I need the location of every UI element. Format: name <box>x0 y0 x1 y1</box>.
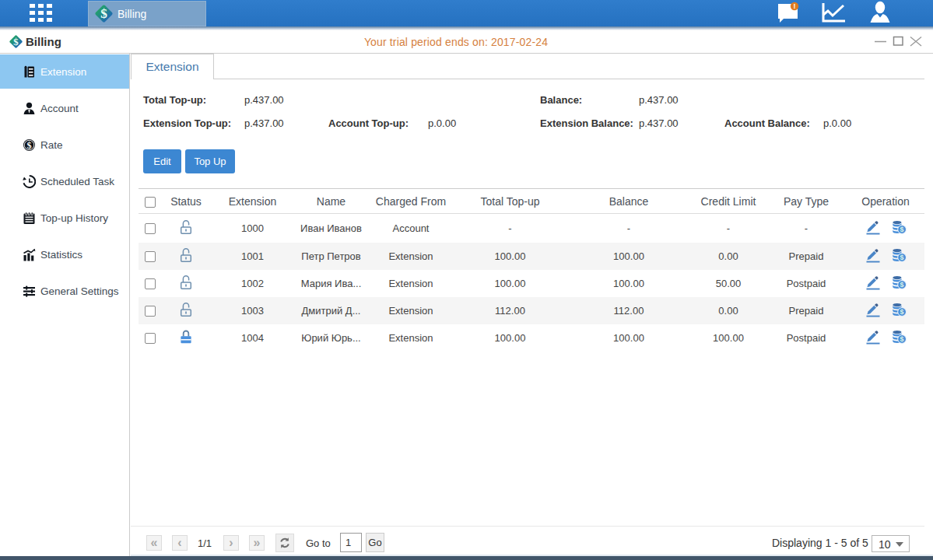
svg-text:$: $ <box>100 6 107 21</box>
svg-text:$: $ <box>900 226 903 233</box>
svg-text:$: $ <box>13 37 19 47</box>
svg-text:$: $ <box>900 254 903 261</box>
svg-text:$: $ <box>27 140 32 151</box>
svg-text:$: $ <box>900 308 903 316</box>
svg-text:!: ! <box>794 2 796 10</box>
svg-text:$: $ <box>900 281 903 289</box>
svg-text:$: $ <box>900 335 903 343</box>
